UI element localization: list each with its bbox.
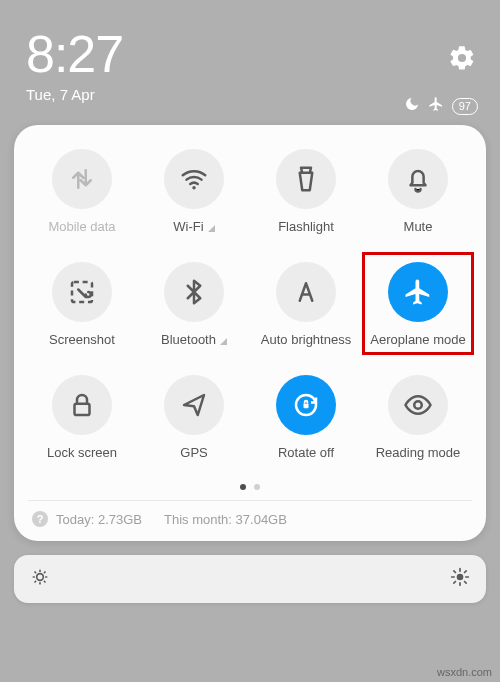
tile-aeroplane-mode-button[interactable] [388,262,448,322]
status-header: 8:27 Tue, 7 Apr 97 [0,0,500,111]
battery-indicator: 97 [452,98,478,115]
nav-arrow-icon [179,390,209,420]
flashlight-icon [291,164,321,194]
watermark: wsxdn.com [437,666,492,678]
plane-icon [403,277,433,307]
tile-mobile-data[interactable]: Mobile data [28,149,136,234]
auto-a-icon [291,277,321,307]
data-month-label: This month: [164,512,232,527]
expand-indicator-icon [220,338,227,345]
tile-mobile-data-label: Mobile data [48,219,115,234]
tile-flashlight-button[interactable] [276,149,336,209]
quick-settings-panel: Mobile dataWi-FiFlashlightMuteScreenshot… [14,125,486,541]
quick-settings-grid: Mobile dataWi-FiFlashlightMuteScreenshot… [28,149,472,460]
status-indicators: 97 [404,96,478,116]
tile-aeroplane-mode-label: Aeroplane mode [370,332,465,347]
data-today-label: Today: [56,512,94,527]
page-dot-1 [240,484,246,490]
tile-wifi-button[interactable] [164,149,224,209]
tile-screenshot[interactable]: Screenshot [28,262,136,347]
tile-gps[interactable]: GPS [140,375,248,460]
tile-mobile-data-button[interactable] [52,149,112,209]
page-dot-2 [254,484,260,490]
tile-auto-brightness-label: Auto brightness [261,332,351,347]
tile-reading-mode-label: Reading mode [376,445,461,460]
tile-rotate-off-button[interactable] [276,375,336,435]
tile-mute[interactable]: Mute [364,149,472,234]
help-icon: ? [32,511,48,527]
dnd-moon-icon [404,96,420,116]
tile-screenshot-button[interactable] [52,262,112,322]
tile-rotate-off[interactable]: Rotate off [252,375,360,460]
wifi-icon [179,164,209,194]
tile-bluetooth-label: Bluetooth [161,332,227,347]
data-today-value: 2.73GB [98,512,142,527]
tile-gps-button[interactable] [164,375,224,435]
airplane-status-icon [428,96,444,116]
tile-lock-screen-button[interactable] [52,375,112,435]
settings-gear-icon[interactable] [448,44,476,76]
bell-icon [403,164,433,194]
tile-screenshot-label: Screenshot [49,332,115,347]
tile-aeroplane-mode[interactable]: Aeroplane mode [364,262,472,347]
screenshot-icon [67,277,97,307]
data-arrows-icon [67,164,97,194]
tile-bluetooth-button[interactable] [164,262,224,322]
tile-lock-screen[interactable]: Lock screen [28,375,136,460]
tile-reading-mode-button[interactable] [388,375,448,435]
tile-auto-brightness-button[interactable] [276,262,336,322]
page-indicator[interactable] [28,484,472,490]
tile-reading-mode[interactable]: Reading mode [364,375,472,460]
clock-time: 8:27 [26,28,474,80]
brightness-slider[interactable] [14,555,486,603]
tile-lock-screen-label: Lock screen [47,445,117,460]
data-month-value: 37.04GB [236,512,287,527]
brightness-low-icon [30,567,50,591]
tile-mute-button[interactable] [388,149,448,209]
tile-flashlight[interactable]: Flashlight [252,149,360,234]
tile-wifi-label: Wi-Fi [173,219,214,234]
tile-auto-brightness[interactable]: Auto brightness [252,262,360,347]
rotate-lock-icon [291,390,321,420]
eye-icon [403,390,433,420]
tile-wifi[interactable]: Wi-Fi [140,149,248,234]
tile-rotate-off-label: Rotate off [278,445,334,460]
tile-gps-label: GPS [180,445,207,460]
tile-flashlight-label: Flashlight [278,219,334,234]
bluetooth-icon [179,277,209,307]
lock-icon [67,390,97,420]
tile-bluetooth[interactable]: Bluetooth [140,262,248,347]
brightness-high-icon [450,567,470,591]
expand-indicator-icon [208,225,215,232]
data-usage-row[interactable]: ? Today: 2.73GB This month: 37.04GB [28,500,472,529]
tile-mute-label: Mute [404,219,433,234]
